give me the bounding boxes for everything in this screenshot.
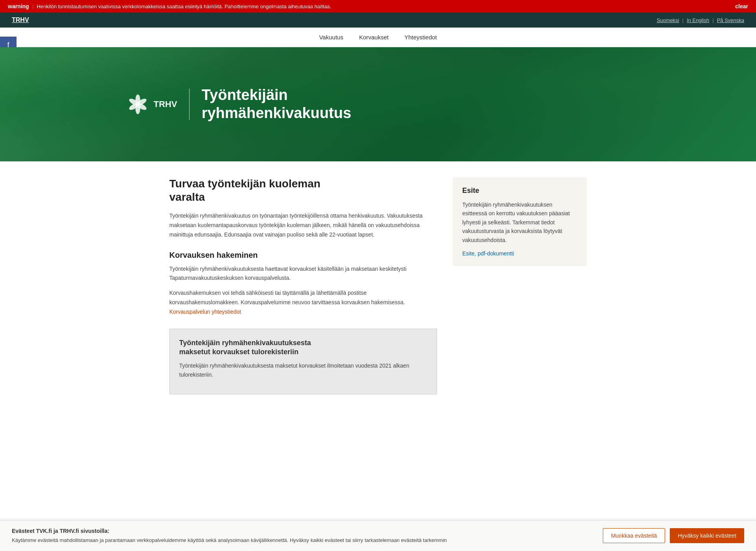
- esite-card-text: Työntekijäin ryhmähenkivakuutuksen esitt…: [462, 200, 577, 244]
- language-selector: Suomeksi | In English | På Svenska: [657, 17, 744, 23]
- hero-title: Työntekijäin ryhmähenkivakuutus: [202, 86, 351, 122]
- section2-paragraph2: Korvaushakemuksen voi tehdä sähköisesti …: [169, 288, 437, 316]
- lang-divider1: |: [682, 17, 684, 23]
- warning-bar: warning : Henkilön tunnistautumisen vaat…: [0, 0, 756, 13]
- hero-logo: TRHV: [126, 92, 177, 116]
- site-logo[interactable]: TRHV: [12, 17, 29, 24]
- main-content: Turvaa työntekijän kuoleman varalta Työn…: [161, 161, 595, 410]
- korvauspalvelu-link[interactable]: Korvauspalvelun yhteystiedot: [169, 309, 241, 315]
- warning-text: Henkilön tunnistautumisen vaativissa ver…: [37, 4, 331, 9]
- lang-divider2: |: [712, 17, 713, 23]
- esite-pdf-link[interactable]: Esite, pdf-dokumentti: [462, 250, 514, 257]
- main-navigation: Vakuutus Korvaukset Yhteystiedot: [0, 28, 756, 47]
- nav-korvaukset[interactable]: Korvaukset: [359, 34, 389, 41]
- esite-card-title: Esite: [462, 187, 577, 195]
- infobox-title: Työntekijäin ryhmähenkivakuutuksesta mak…: [179, 338, 427, 357]
- lang-suomeksi[interactable]: Suomeksi: [657, 17, 679, 23]
- page-title: Turvaa työntekijän kuoleman varalta: [169, 177, 437, 203]
- infobox-text: Työntekijäin ryhmähenkivakuutuksesta mak…: [179, 361, 427, 379]
- trhv-logo-icon: [126, 92, 150, 116]
- clear-warning-button[interactable]: clear: [735, 3, 748, 9]
- esite-card: Esite Työntekijäin ryhmähenkivakuutuksen…: [453, 177, 587, 266]
- svg-point-6: [136, 103, 139, 106]
- lang-svenska[interactable]: På Svenska: [717, 17, 744, 23]
- lang-english[interactable]: In English: [687, 17, 709, 23]
- section2-paragraph1: Työntekijäin ryhmähenkivakuutuksesta hae…: [169, 264, 437, 283]
- intro-paragraph: Työntekijäin ryhmähenkivakuutus on työna…: [169, 211, 437, 239]
- warning-label: warning: [8, 3, 29, 9]
- hero-divider: [189, 89, 190, 120]
- section-korvauksen-title: Korvauksen hakeminen: [169, 251, 437, 260]
- nav-yhteystiedot[interactable]: Yhteystiedot: [404, 34, 437, 41]
- hero-logo-text: TRHV: [154, 99, 177, 109]
- top-navigation: TRHV Suomeksi | In English | På Svenska: [0, 13, 756, 28]
- hero-section: TRHV Työntekijäin ryhmähenkivakuutus: [0, 47, 756, 161]
- nav-vakuutus[interactable]: Vakuutus: [319, 34, 343, 41]
- section2-text-start: Korvaushakemuksen voi tehdä sähköisesti …: [169, 290, 405, 305]
- content-right: Esite Työntekijäin ryhmähenkivakuutuksen…: [453, 177, 587, 394]
- content-left: Turvaa työntekijän kuoleman varalta Työn…: [169, 177, 437, 394]
- warning-separator: :: [32, 4, 34, 9]
- infobox: Työntekijäin ryhmähenkivakuutuksesta mak…: [169, 329, 437, 395]
